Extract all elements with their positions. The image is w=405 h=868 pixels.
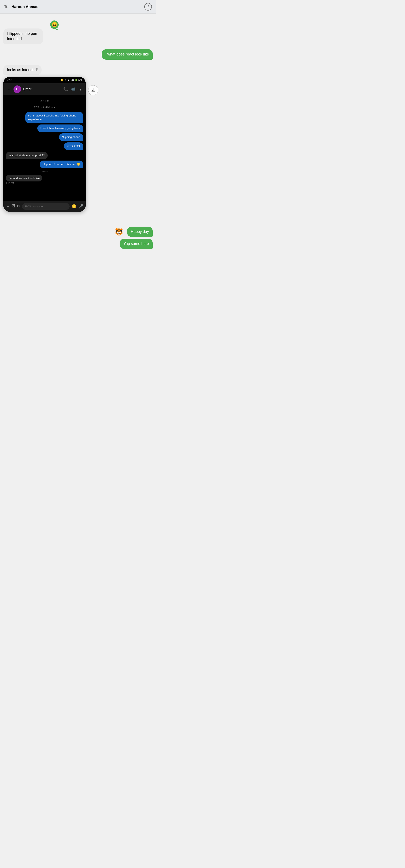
phone-mic-icon[interactable]: 🎤 [79, 204, 83, 209]
message-text: Yup same here [123, 242, 149, 246]
network-icon: 5G [71, 79, 74, 81]
phone-msg-text-6: I flipped it! no pun intended [42, 162, 75, 166]
phone-call-icon[interactable]: 📞 [63, 87, 68, 92]
message-text: Happy day [131, 229, 149, 234]
reaction-emoji: 😆 [50, 21, 59, 29]
phone-msg-3: *flipping phone [6, 133, 83, 141]
phone-unread-time: 2:13 PM [6, 182, 83, 184]
phone-compose-icon[interactable]: ↺ [17, 204, 20, 209]
message-bubble-outgoing-2: Happy day [127, 226, 153, 237]
phone-unread-bubble: ^what does react look like [6, 175, 42, 181]
message-row-incoming-1: 😆 I flipped it! no pun intended [3, 29, 153, 44]
message-bubble-incoming-2: looks as intended! [3, 65, 41, 75]
phone-gallery-icon[interactable]: 🖼 [11, 204, 15, 209]
battery-icon: 🔋67% [75, 79, 82, 82]
alarm-icon: 🔔 [60, 79, 63, 82]
phone-unread-msg: ^what does react look like 2:13 PM [6, 175, 83, 184]
phone-bubble-2: I don't think I'm every going back [37, 124, 83, 132]
phone-input-field[interactable]: RCS message [22, 203, 70, 210]
phone-msg-1: so I'm about 3 weeks into folding phone … [6, 112, 83, 123]
message-text: looks as intended! [7, 68, 38, 72]
phone-action-icons: 📞 📹 ⋮ [63, 87, 82, 92]
contact-name: Haroon Ahmad [11, 5, 38, 9]
phone-msg-6: I flipped it! no pun intended 😄 [6, 161, 83, 168]
outgoing-section-2: 🐯 Happy day Yup same here [3, 226, 153, 251]
message-bubble-incoming-1: I flipped it! no pun intended [3, 29, 43, 44]
phone-input-icons: ＋ 🖼 ↺ [6, 204, 20, 209]
unread-label: Unread [41, 170, 48, 173]
bluetooth-icon: ✴ [64, 79, 66, 82]
message-bubble-outgoing-1: ^what does react look like [102, 49, 153, 60]
tiger-emoji: 🐯 [115, 228, 123, 236]
phone-contact-row: ← U Umar [7, 86, 31, 93]
message-row-outgoing-2: 🐯 Happy day [3, 226, 153, 237]
chat-header: To: Haroon Ahmad i [0, 0, 156, 14]
emoji-reaction-small: 😄 [77, 162, 80, 166]
phone-unread-divider: Unread [6, 170, 83, 173]
phone-contact-name: Umar [23, 87, 31, 91]
phone-contact-avatar: U [13, 86, 21, 93]
signal-icon: ▲ [67, 79, 70, 82]
phone-msg-text-3: *flipping phone [62, 135, 80, 138]
phone-top-bar: ← U Umar 📞 📹 ⋮ [3, 83, 86, 95]
phone-msg-5: Wait what about your pixel 9? [6, 152, 83, 159]
phone-bubble-4: razr+ 2024 [64, 143, 83, 150]
message-row-outgoing-3: Yup same here [3, 239, 153, 249]
phone-msg-text-5: Wait what about your pixel 9? [9, 154, 45, 157]
phone-input-bar: ＋ 🖼 ↺ RCS message 😊 🎤 [3, 201, 86, 212]
phone-msg-2: I don't think I'm every going back [6, 124, 83, 132]
tiger-avatar: 🐯 [114, 227, 124, 237]
phone-emoji-icon[interactable]: 😊 [72, 204, 76, 209]
to-label: To: [4, 5, 9, 9]
video-call-icon[interactable]: 📹 [71, 87, 75, 92]
info-button[interactable]: i [144, 3, 152, 10]
phone-rcs-label: RCS chat with Umar [6, 106, 83, 108]
phone-screenshot: 2:13 🔔 ✴ ▲ 5G 🔋67% ← U Umar [3, 77, 86, 212]
download-icon [91, 88, 96, 93]
phone-bubble-3: *flipping phone [59, 133, 83, 141]
phone-msg-text-2: I don't think I'm every going back [40, 127, 80, 130]
phone-msg-text-1: so I'm about 3 weeks into folding phone … [28, 114, 76, 121]
phone-unread-text: ^what does react look like [8, 177, 40, 180]
phone-input-placeholder: RCS message [25, 205, 43, 208]
more-options-icon[interactable]: ⋮ [79, 87, 82, 92]
phone-chat-area: 2:01 PM RCS chat with Umar so I'm about … [3, 95, 86, 201]
phone-bubble-5: Wait what about your pixel 9? [6, 152, 48, 159]
phone-bubble-6: I flipped it! no pun intended 😄 [40, 161, 83, 168]
incoming-section-2: looks as intended! 2:13 🔔 ✴ ▲ 5G 🔋67% [3, 65, 153, 214]
chat-area: 😆 I flipped it! no pun intended ^what do… [0, 14, 156, 255]
message-text: I flipped it! no pun intended [7, 31, 37, 41]
phone-msg-4: razr+ 2024 [6, 143, 83, 150]
phone-add-icon[interactable]: ＋ [6, 204, 10, 209]
download-button[interactable] [88, 85, 98, 95]
phone-bubble-1: so I'm about 3 weeks into folding phone … [25, 112, 83, 123]
phone-screenshot-section: 2:13 🔔 ✴ ▲ 5G 🔋67% ← U Umar [3, 77, 153, 212]
message-text: ^what does react look like [105, 52, 149, 56]
header-to-field: To: Haroon Ahmad [4, 5, 39, 9]
message-bubble-outgoing-3: Yup same here [120, 239, 153, 249]
phone-status-bar: 2:13 🔔 ✴ ▲ 5G 🔋67% [3, 77, 86, 83]
phone-time-label: 2:01 PM [6, 100, 83, 102]
message-row-outgoing-1: ^what does react look like [3, 49, 153, 60]
phone-time: 2:13 [7, 79, 12, 82]
message-row-incoming-2: looks as intended! [3, 65, 153, 75]
phone-back-arrow[interactable]: ← [7, 87, 10, 91]
info-icon: i [148, 5, 149, 9]
phone-msg-text-4: razr+ 2024 [67, 145, 80, 148]
phone-status-icons: 🔔 ✴ ▲ 5G 🔋67% [60, 79, 82, 82]
